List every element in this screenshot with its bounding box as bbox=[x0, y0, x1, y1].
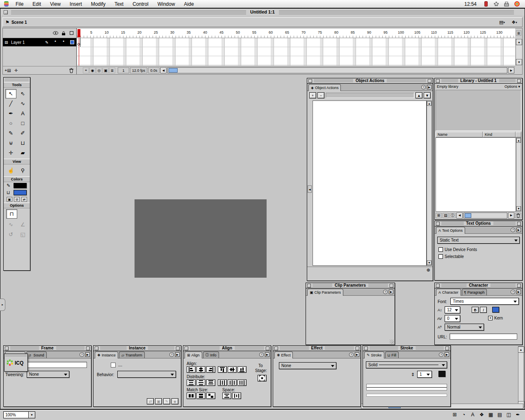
menu-control[interactable]: Control bbox=[128, 1, 153, 7]
zoom-dropdown-icon[interactable]: ▼ bbox=[28, 411, 35, 418]
swap-symbol-icon[interactable]: ⇄ bbox=[147, 398, 154, 404]
character-panel-icon[interactable]: A bbox=[469, 411, 477, 418]
distribute-left-button[interactable] bbox=[218, 379, 227, 386]
help-icon[interactable]: ? bbox=[511, 290, 515, 294]
layer-visibility-dot[interactable]: • bbox=[55, 39, 56, 43]
match-both-button[interactable] bbox=[206, 393, 215, 399]
frame-panel-icon[interactable]: ▦ bbox=[487, 411, 495, 418]
explorer-panel-icon[interactable]: ▤ bbox=[496, 411, 504, 418]
layer-row[interactable]: ▤ Layer 1 ✎ • • bbox=[3, 38, 76, 46]
library-options-menu[interactable]: Options ▾ bbox=[504, 84, 520, 89]
menu-text[interactable]: Text bbox=[110, 1, 128, 7]
workarea-scroll-up-icon[interactable]: ▲ bbox=[518, 347, 524, 353]
no-color-icon[interactable]: ⊘ bbox=[14, 197, 20, 202]
panel-close-box[interactable] bbox=[274, 347, 278, 350]
stage-rectangle[interactable] bbox=[135, 199, 267, 278]
layer-outline-color[interactable] bbox=[70, 40, 74, 44]
text-color-well[interactable] bbox=[492, 307, 499, 313]
tools-drag-bar[interactable] bbox=[5, 78, 29, 81]
distribute-top-button[interactable] bbox=[187, 379, 196, 386]
icq-palette[interactable]: ICQ bbox=[4, 354, 28, 372]
tab-info[interactable]: ⓘ Info bbox=[203, 352, 219, 358]
space-horizontal-button[interactable] bbox=[232, 393, 241, 399]
line-tool-icon[interactable]: ╱ bbox=[5, 99, 16, 108]
edit-symbol-icon[interactable]: ✎ bbox=[163, 398, 170, 404]
align-center-h-button[interactable] bbox=[196, 366, 205, 373]
to-stage-button[interactable] bbox=[258, 375, 267, 381]
menu-insert[interactable]: Insert bbox=[65, 1, 87, 7]
library-scroll-left-icon[interactable]: ◀ bbox=[457, 212, 463, 219]
panel-collapse-box[interactable] bbox=[517, 79, 521, 83]
space-vertical-button[interactable] bbox=[222, 393, 231, 399]
add-guide-layer-icon[interactable]: ✛ bbox=[13, 68, 19, 73]
close-box[interactable] bbox=[4, 10, 8, 14]
panel-collapse-box[interactable] bbox=[390, 284, 393, 288]
edit-symbols-icon[interactable]: ❖▾ bbox=[509, 19, 520, 26]
scroll-right-icon[interactable]: ▶ bbox=[508, 67, 514, 73]
workarea-vscrollbar[interactable]: ▲ ▼ bbox=[518, 346, 524, 408]
pencil-tool-icon[interactable]: ✎ bbox=[5, 128, 16, 138]
panel-menu-icon[interactable]: ▶ bbox=[516, 290, 521, 294]
zoom-tool-icon[interactable]: ⚲ bbox=[17, 166, 28, 175]
panel-collapse-box[interactable] bbox=[517, 222, 521, 226]
library-vscrollbar[interactable]: ▲ ▼ bbox=[516, 137, 521, 212]
move-up-icon[interactable]: ▲ bbox=[415, 92, 422, 98]
show-hide-eye-icon[interactable] bbox=[53, 31, 58, 36]
frame-cells[interactable] bbox=[77, 38, 515, 66]
tab-object-actions[interactable]: ◈ Object Actions bbox=[308, 84, 341, 91]
column-header-name[interactable]: Name bbox=[436, 132, 483, 137]
menu-window[interactable]: Window bbox=[153, 1, 180, 7]
delete-item-icon[interactable] bbox=[515, 213, 521, 218]
distribute-bottom-button[interactable] bbox=[206, 379, 215, 386]
pen-tool-icon[interactable]: ✒ bbox=[5, 109, 16, 118]
delete-layer-icon[interactable] bbox=[68, 68, 75, 73]
align-top-button[interactable] bbox=[218, 366, 227, 373]
panel-collapse-box[interactable] bbox=[356, 347, 359, 350]
parameters-collapse-icon[interactable]: ◀ bbox=[308, 185, 312, 193]
panel-menu-icon[interactable]: ▶ bbox=[355, 352, 359, 357]
fill-color-swatch[interactable] bbox=[14, 190, 27, 195]
help-icon[interactable]: ? bbox=[383, 290, 388, 294]
clip-parameters-titlebar[interactable]: Clip Parameters bbox=[306, 283, 395, 288]
selectable-checkbox[interactable]: Selectable bbox=[438, 254, 464, 259]
panel-close-box[interactable] bbox=[307, 284, 311, 288]
mixer-panel-icon[interactable]: ◔ bbox=[460, 411, 468, 418]
library-item-list[interactable] bbox=[436, 137, 516, 212]
stroke-height-stepper[interactable]: 1 bbox=[417, 371, 432, 378]
panel-collapse-box[interactable] bbox=[517, 284, 521, 288]
help-icon[interactable]: ? bbox=[439, 352, 443, 357]
lock-icon[interactable] bbox=[62, 31, 66, 37]
script-scroll-down-icon[interactable]: ▼ bbox=[427, 260, 431, 265]
behavior-dropdown[interactable] bbox=[117, 371, 176, 378]
resize-handle-icon[interactable]: ⊕ bbox=[427, 267, 430, 273]
help-icon[interactable]: ? bbox=[169, 352, 174, 357]
panel-close-box[interactable] bbox=[185, 347, 188, 350]
frame-titlebar[interactable]: Frame bbox=[4, 346, 91, 351]
library-titlebar[interactable]: Library - Untitled 1 bbox=[435, 78, 522, 84]
straighten-icon[interactable]: ∠ bbox=[17, 220, 28, 229]
panel-close-box[interactable] bbox=[95, 347, 98, 350]
tweening-dropdown[interactable]: None bbox=[27, 371, 69, 378]
playhead[interactable] bbox=[78, 29, 80, 37]
align-middle-v-button[interactable] bbox=[228, 366, 237, 373]
instance-panel-icon[interactable]: ❖ bbox=[478, 411, 486, 418]
tab-effect[interactable]: ❋ Effect bbox=[274, 352, 293, 358]
timeline-vscrollbar[interactable]: ▲ ▼ bbox=[516, 39, 522, 66]
stroke-titlebar[interactable]: Stroke bbox=[363, 346, 450, 351]
text-options-titlebar[interactable]: Text Options bbox=[435, 221, 522, 226]
onion-skin-icon[interactable]: ◉ bbox=[89, 67, 96, 73]
panel-close-box[interactable] bbox=[436, 284, 440, 288]
help-icon[interactable]: ? bbox=[421, 85, 426, 89]
panel-close-box[interactable] bbox=[436, 79, 440, 83]
new-symbol-icon[interactable]: ⊞ bbox=[436, 213, 442, 218]
arrow-tool-icon[interactable]: ↖ bbox=[5, 89, 16, 98]
url-field[interactable] bbox=[450, 333, 517, 340]
onion-outline-icon[interactable]: ◎ bbox=[96, 67, 102, 73]
ink-bottle-tool-icon[interactable]: ⊎ bbox=[5, 138, 16, 148]
text-type-dropdown[interactable]: Static Text bbox=[437, 237, 520, 244]
help-icon[interactable]: ? bbox=[511, 228, 515, 232]
tab-stroke[interactable]: ✎ Stroke bbox=[364, 352, 384, 358]
tab-align[interactable]: ⊞ Align bbox=[185, 352, 202, 358]
tab-clip-parameters[interactable]: ▣ Clip Parameters bbox=[307, 289, 343, 296]
menu-file[interactable]: File bbox=[11, 1, 28, 7]
